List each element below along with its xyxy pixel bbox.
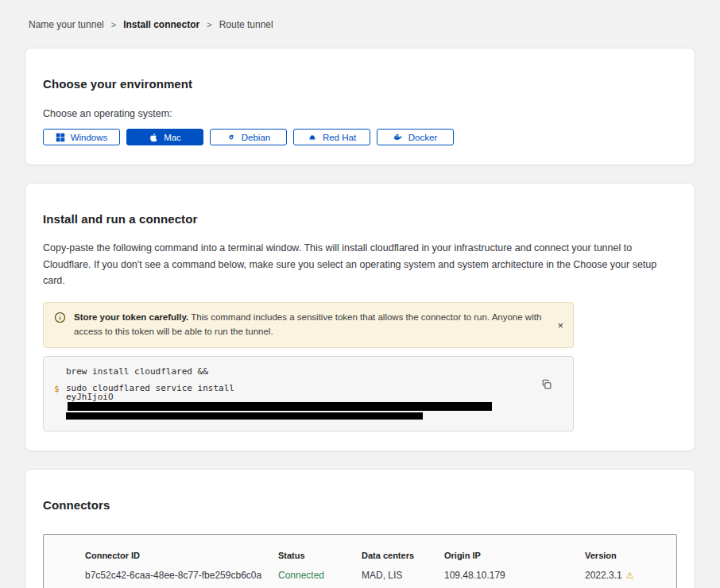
os-button-label: Mac: [164, 133, 181, 142]
os-select-label: Choose an operating system:: [43, 108, 677, 119]
environment-card: Choose your environment Choose an operat…: [25, 48, 695, 165]
table-row: b7c52c42-6caa-48ee-8c77-fbe259cb6c0a Con…: [85, 570, 660, 581]
breadcrumb-separator: >: [111, 20, 116, 29]
close-icon[interactable]: ×: [555, 318, 565, 331]
shell-prompt: $: [54, 384, 66, 420]
col-header-connector-id: Connector ID: [85, 551, 278, 560]
apple-icon: [149, 133, 158, 142]
redacted-token-bar: [66, 412, 423, 420]
service-install-text: sudo cloudflared service install: [66, 384, 525, 393]
version-cell: 2022.3.1 ⚠: [585, 570, 660, 581]
connector-id-value: b7c52c42-6caa-48ee-8c77-fbe259cb6c0a: [85, 570, 278, 581]
copy-icon[interactable]: [540, 377, 554, 394]
col-header-data-centers: Data centers: [362, 551, 444, 560]
page: Name your tunnel > Install connector > R…: [0, 0, 720, 588]
redhat-icon: [308, 133, 317, 142]
os-button-windows[interactable]: Windows: [43, 129, 120, 145]
environment-card-title: Choose your environment: [43, 77, 677, 91]
docker-icon: [393, 133, 403, 142]
col-header-origin-ip: Origin IP: [444, 551, 585, 560]
breadcrumb: Name your tunnel > Install connector > R…: [0, 0, 720, 30]
redacted-token-bar: [68, 402, 492, 411]
token-warning-banner: Store your token carefully. This command…: [43, 302, 574, 348]
os-button-group: Windows Mac Debian Red Hat: [43, 129, 677, 145]
os-button-label: Windows: [71, 133, 108, 142]
breadcrumb-step-install-connector: Install connector: [123, 19, 199, 30]
connectors-card: Connectors Connector ID Status Data cent…: [25, 469, 695, 588]
col-header-status: Status: [278, 551, 362, 560]
install-card-title: Install and run a connector: [43, 212, 677, 226]
install-command: sudo cloudflared service install eyJhIjo…: [66, 384, 525, 420]
code-line: $ sudo cloudflared service install eyJhI…: [54, 384, 525, 420]
os-button-label: Docker: [408, 133, 437, 142]
version-value: 2022.3.1: [585, 570, 622, 581]
debian-icon: [226, 133, 236, 142]
os-button-label: Debian: [242, 133, 270, 142]
breadcrumb-step-name-your-tunnel[interactable]: Name your tunnel: [29, 19, 104, 30]
connectors-table: Connector ID Status Data centers Origin …: [43, 534, 677, 588]
install-command-codeblock: brew install cloudflared && $ sudo cloud…: [43, 356, 574, 432]
table-header-row: Connector ID Status Data centers Origin …: [85, 551, 660, 560]
os-button-docker[interactable]: Docker: [377, 129, 454, 145]
windows-icon: [56, 133, 65, 142]
code-gutter: [54, 366, 66, 377]
version-warning-icon: ⚠: [626, 571, 634, 581]
brew-install-text: brew install cloudflared &&: [66, 366, 208, 377]
col-header-version: Version: [585, 551, 660, 560]
origin-ip-value: 109.48.10.179: [444, 570, 585, 581]
install-card: Install and run a connector Copy-paste t…: [25, 183, 695, 451]
code-line: brew install cloudflared &&: [54, 366, 525, 377]
os-button-debian[interactable]: Debian: [210, 129, 287, 145]
connectors-card-title: Connectors: [43, 498, 677, 512]
info-icon: [54, 311, 66, 327]
breadcrumb-step-route-tunnel[interactable]: Route tunnel: [219, 19, 273, 30]
breadcrumb-separator: >: [207, 20, 211, 29]
token-warning-title: Store your token carefully.: [74, 312, 188, 322]
token-prefix-text: eyJhIjoiO: [66, 392, 114, 402]
token-warning-text: Store your token carefully. This command…: [74, 311, 546, 339]
token-line: eyJhIjoiO: [66, 393, 525, 411]
os-button-mac[interactable]: Mac: [126, 129, 203, 145]
install-description: Copy-paste the following command into a …: [43, 240, 677, 289]
os-button-label: Red Hat: [323, 133, 356, 142]
data-centers-value: MAD, LIS: [362, 570, 444, 581]
os-button-redhat[interactable]: Red Hat: [293, 129, 370, 145]
status-badge: Connected: [278, 570, 362, 581]
